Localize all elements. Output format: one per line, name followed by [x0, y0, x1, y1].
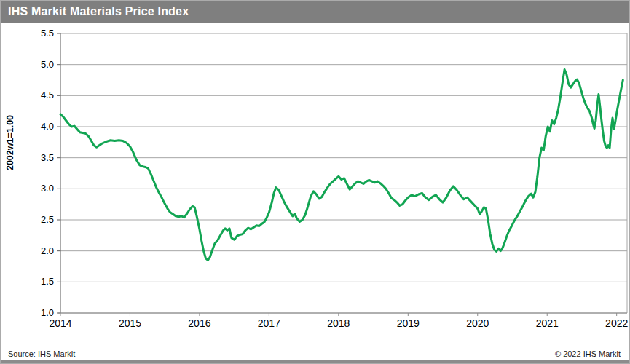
x-tick-label: 2014 [49, 317, 71, 329]
page-title: IHS Markit Materials Price Index [8, 5, 189, 17]
y-tick-label: 3.0 [41, 183, 54, 194]
price-index-line-chart: 5.55.04.54.03.53.02.52.01.51.02014201520… [1, 23, 630, 347]
y-tick-label: 4.0 [41, 121, 54, 132]
copyright-note: © 2022 IHS Markit [555, 349, 621, 358]
source-note: Source: IHS Markit [8, 349, 75, 358]
x-tick-label: 2022 [605, 317, 628, 329]
y-tick-label: 5.5 [41, 28, 54, 39]
x-tick-label: 2019 [397, 317, 420, 329]
chart-window: IHS Markit Materials Price Index 5.55.04… [0, 0, 630, 364]
y-tick-label: 1.5 [41, 276, 54, 287]
y-tick-label: 1.0 [41, 307, 54, 318]
x-tick-label: 2016 [188, 317, 210, 329]
x-tick-label: 2021 [536, 317, 559, 329]
x-tick-label: 2020 [466, 317, 489, 329]
y-tick-label: 5.0 [41, 59, 54, 70]
x-tick-label: 2015 [119, 317, 141, 329]
x-tick-label: 2018 [327, 317, 350, 329]
y-tick-label: 3.5 [41, 152, 54, 163]
y-tick-label: 2.0 [41, 245, 54, 256]
y-tick-label: 2.5 [41, 214, 54, 225]
y-tick-label: 4.5 [41, 90, 54, 100]
footer-divider-bar [1, 360, 629, 363]
x-tick-label: 2017 [258, 317, 280, 329]
materials-price-index-series [60, 70, 623, 261]
y-axis-title: 2002w1=1.00 [5, 115, 15, 170]
title-bar: IHS Markit Materials Price Index [1, 1, 629, 23]
chart-area: 5.55.04.54.03.53.02.52.01.51.02014201520… [1, 23, 630, 347]
